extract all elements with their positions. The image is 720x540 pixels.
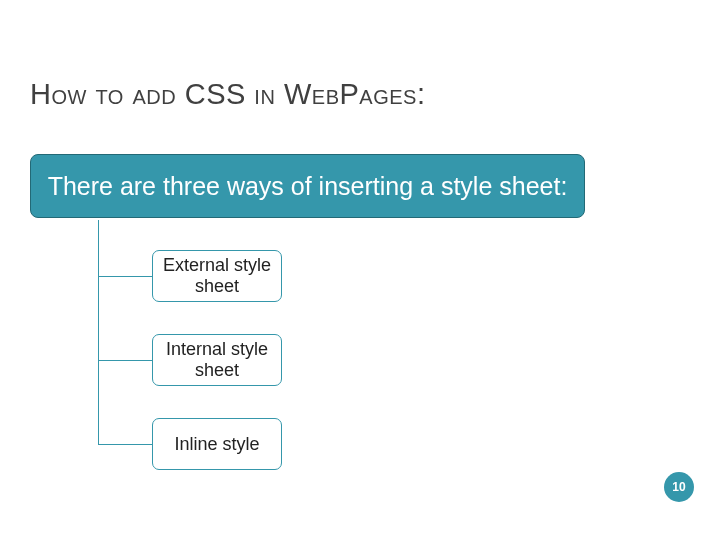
slide: How to add CSS in WebPages: There are th… [0,0,720,540]
page-number-badge: 10 [664,472,694,502]
tree-connector-1 [98,276,152,277]
page-number: 10 [672,480,685,494]
node-label: External style sheet [159,255,275,296]
node-label: Internal style sheet [159,339,275,380]
tree-connector-3 [98,444,152,445]
node-external-style-sheet: External style sheet [152,250,282,302]
intro-banner: There are three ways of inserting a styl… [30,154,585,218]
tree-vertical-connector [98,220,99,444]
node-internal-style-sheet: Internal style sheet [152,334,282,386]
slide-title: How to add CSS in WebPages: [30,78,425,111]
tree-connector-2 [98,360,152,361]
intro-banner-text: There are three ways of inserting a styl… [48,172,568,201]
node-label: Inline style [174,434,259,455]
node-inline-style: Inline style [152,418,282,470]
